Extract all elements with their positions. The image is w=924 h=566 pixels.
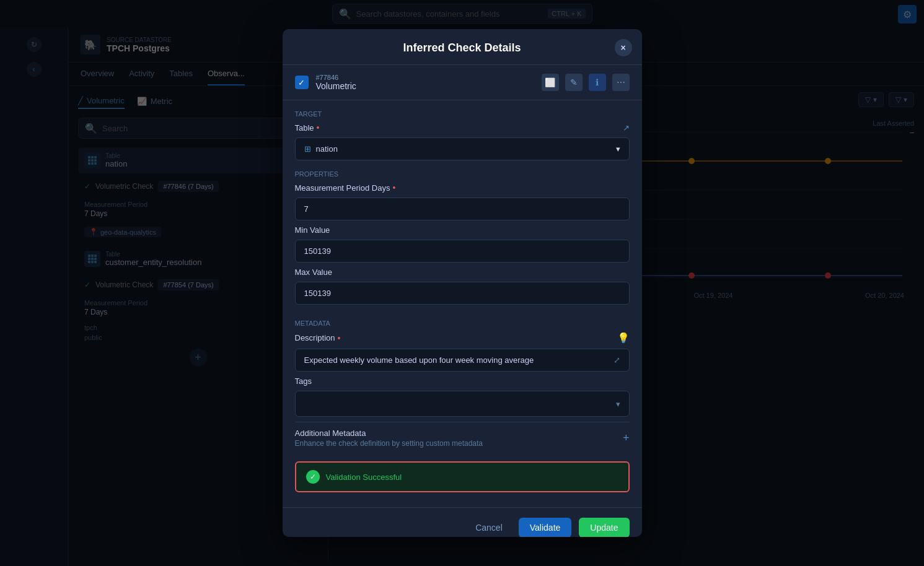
modal-footer: Cancel Validate Update bbox=[283, 507, 642, 537]
properties-section-label: Properties bbox=[295, 170, 630, 178]
info-icon[interactable]: ℹ bbox=[589, 74, 606, 91]
modal-header: Inferred Check Details × bbox=[283, 29, 642, 65]
modal-close-button[interactable]: × bbox=[615, 39, 632, 56]
validate-button[interactable]: Validate bbox=[519, 518, 572, 537]
max-value-input[interactable] bbox=[295, 282, 630, 305]
table-select-icon: ⊞ bbox=[304, 144, 311, 154]
description-bulb-icon: 💡 bbox=[617, 332, 630, 344]
table-field-label: Table • bbox=[295, 123, 320, 133]
min-value-input[interactable] bbox=[295, 240, 630, 263]
additional-metadata-section[interactable]: Additional Metadata Enhance the check de… bbox=[295, 422, 630, 454]
table-required-dot: • bbox=[317, 123, 320, 133]
check-info-bar: ✓ #77846 Volumetric ⬜ ✎ ℹ ⋯ bbox=[283, 65, 642, 100]
update-button[interactable]: Update bbox=[579, 518, 629, 537]
tags-label: Tags bbox=[295, 377, 630, 386]
modal-overlay: Inferred Check Details × ✓ #77846 Volume… bbox=[0, 0, 924, 566]
measurement-period-input[interactable] bbox=[295, 198, 630, 220]
additional-meta-label: Additional Metadata bbox=[295, 429, 483, 438]
mp-required-dot: • bbox=[392, 183, 395, 193]
description-field[interactable]: Expected weekly volume based upon four w… bbox=[295, 349, 630, 372]
table-select-chevron: ▾ bbox=[616, 144, 620, 154]
check-id-section: ✓ #77846 Volumetric bbox=[295, 74, 356, 91]
table-external-link[interactable]: ↗ bbox=[623, 123, 630, 133]
copy-icon[interactable]: ⬜ bbox=[542, 74, 559, 91]
max-value-label: Max Value bbox=[295, 268, 630, 277]
measurement-period-label: Measurement Period Days • bbox=[295, 183, 630, 193]
description-value: Expected weekly volume based upon four w… bbox=[304, 355, 534, 365]
validation-bar: ✓ Validation Successful bbox=[295, 461, 630, 492]
tags-select[interactable]: ▾ bbox=[295, 391, 630, 417]
table-field-row: Table • ↗ bbox=[295, 123, 630, 133]
description-field-label: Description • bbox=[295, 333, 341, 343]
table-select[interactable]: ⊞ nation ▾ bbox=[295, 137, 630, 160]
table-select-value: nation bbox=[316, 144, 338, 154]
metadata-section-label: Metadata bbox=[295, 320, 630, 327]
check-type-label: Volumetric bbox=[316, 81, 356, 91]
modal-title: Inferred Check Details bbox=[403, 41, 521, 54]
check-id-label: #77846 bbox=[316, 74, 356, 81]
target-section-label: Target bbox=[295, 110, 630, 118]
additional-meta-sub: Enhance the check definition by setting … bbox=[295, 439, 483, 448]
tags-chevron: ▾ bbox=[616, 399, 620, 409]
more-options-icon[interactable]: ⋯ bbox=[612, 74, 630, 91]
additional-meta-plus-icon[interactable]: + bbox=[623, 432, 630, 445]
inferred-check-details-modal: Inferred Check Details × ✓ #77846 Volume… bbox=[283, 29, 642, 537]
description-field-row: Description • 💡 bbox=[295, 332, 630, 344]
validation-text: Validation Successful bbox=[326, 472, 402, 482]
min-value-label: Min Value bbox=[295, 225, 630, 235]
desc-required-dot: • bbox=[338, 333, 341, 343]
check-checkbox[interactable]: ✓ bbox=[295, 76, 309, 89]
check-actions: ⬜ ✎ ℹ ⋯ bbox=[542, 74, 630, 91]
validation-success-icon: ✓ bbox=[306, 470, 320, 484]
modal-body: Target Table • ↗ ⊞ nation ▾ Properties M… bbox=[283, 100, 642, 507]
edit-icon[interactable]: ✎ bbox=[565, 74, 583, 91]
description-expand-icon[interactable]: ⤢ bbox=[614, 355, 620, 365]
cancel-button[interactable]: Cancel bbox=[467, 518, 511, 537]
